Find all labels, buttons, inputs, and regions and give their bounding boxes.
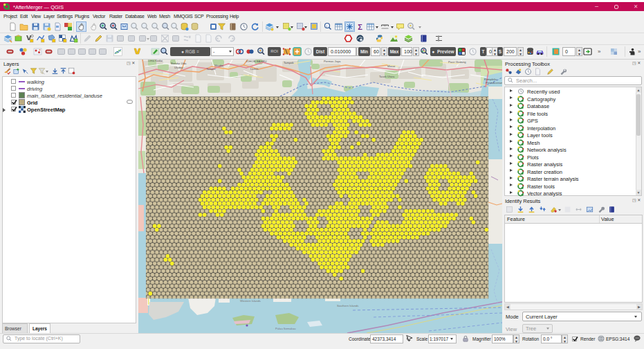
svg-text:Larkin: Larkin: [250, 67, 259, 71]
svg-text:Bandar Uda: Bandar Uda: [171, 62, 187, 65]
svg-text:Utama: Utama: [174, 66, 183, 69]
svg-text:Perindustrian: Perindustrian: [486, 81, 502, 84]
svg-text:Permas Jaya: Permas Jaya: [324, 60, 341, 63]
svg-text:Lima Kedai: Lima Kedai: [148, 60, 163, 62]
svg-text:Southern Islands: Southern Islands: [337, 304, 358, 307]
svg-text:Masai: Masai: [387, 64, 395, 68]
svg-text:Pulau Semakau: Pulau Semakau: [275, 327, 296, 330]
svg-text:Σ: Σ: [358, 23, 362, 31]
svg-text:Tasek Utara: Tasek Utara: [379, 75, 395, 78]
svg-text:Pasir Gudang: Pasir Gudang: [448, 60, 466, 64]
svg-text:Tampok: Tampok: [284, 61, 295, 64]
svg-text:Tampoi: Tampoi: [206, 67, 216, 71]
svg-text:i: i: [326, 24, 327, 28]
svg-text:Western Islands: Western Islands: [240, 299, 261, 303]
svg-text:Skudai: Skudai: [214, 64, 223, 67]
svg-text:JOHOR BAHRU: JOHOR BAHRU: [246, 60, 266, 63]
